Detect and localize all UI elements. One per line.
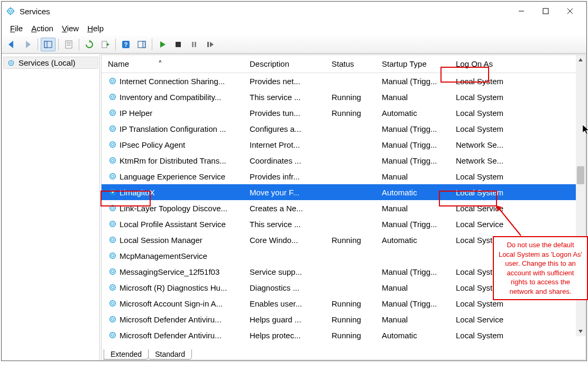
table-row[interactable]: KtmRm for Distributed Trans...Coordinate… — [102, 152, 585, 168]
svg-point-52 — [112, 223, 114, 226]
svg-rect-3 — [10, 14, 11, 15]
cell-startup-type: Manual (Trigg... — [380, 267, 454, 276]
cell-log-on-as: Local System — [454, 109, 522, 118]
table-row[interactable]: IP HelperProvides tun...RunningAutomatic… — [102, 105, 585, 121]
cell-name: IP Helper — [106, 108, 247, 118]
main-panel: Name˄ Description Status Startup Type Lo… — [101, 55, 586, 360]
svg-point-32 — [10, 62, 12, 64]
gear-icon — [108, 267, 117, 276]
svg-rect-2 — [10, 7, 11, 9]
gear-icon — [7, 59, 15, 67]
cell-log-on-as: Network Se... — [454, 156, 522, 165]
column-header-startup-type[interactable]: Startup Type — [380, 56, 454, 71]
show-hide-action-pane-button[interactable] — [134, 38, 149, 51]
cell-name: Language Experience Service — [106, 172, 247, 181]
table-row[interactable]: Language Experience ServiceProvides infr… — [102, 168, 585, 184]
show-hide-tree-button[interactable] — [41, 38, 56, 51]
cell-description: Helps guard ... — [247, 315, 329, 324]
cell-description: Enables user... — [247, 299, 329, 308]
table-row[interactable]: IP Translation Configuration ...Configur… — [102, 121, 585, 137]
svg-rect-28 — [195, 42, 196, 47]
cell-startup-type: Manual (Trigg... — [380, 140, 454, 149]
column-header-name[interactable]: Name˄ — [106, 56, 247, 72]
cell-name: McpManagementService — [106, 251, 247, 260]
cell-name: Local Session Manager — [106, 235, 247, 245]
menu-view[interactable]: View — [58, 23, 83, 34]
gear-icon — [108, 219, 117, 229]
tab-extended[interactable]: Extended — [104, 349, 149, 359]
column-header-log-on-as[interactable]: Log On As — [454, 56, 528, 71]
cell-name: Inventory and Compatibility... — [106, 92, 247, 102]
forward-button[interactable] — [20, 38, 35, 51]
cell-name: Internet Connection Sharing... — [106, 76, 247, 86]
close-button[interactable] — [558, 3, 582, 20]
table-row[interactable]: Microsoft Defender Antiviru...Helps prot… — [102, 327, 585, 343]
svg-rect-27 — [192, 42, 194, 47]
svg-rect-4 — [7, 11, 8, 12]
minimize-button[interactable] — [509, 3, 534, 20]
menu-action[interactable]: Action — [27, 23, 58, 34]
pause-service-button[interactable] — [187, 38, 201, 51]
restart-service-button[interactable] — [203, 38, 217, 51]
menu-help[interactable]: Help — [83, 23, 108, 34]
scroll-down-button[interactable] — [576, 327, 585, 336]
gear-icon — [108, 172, 117, 181]
cell-log-on-as: Local Service — [454, 204, 522, 213]
cell-name: Microsoft Defender Antiviru... — [106, 314, 247, 324]
cell-status: Running — [329, 93, 380, 102]
cell-status: Running — [329, 299, 380, 308]
svg-point-42 — [112, 143, 114, 146]
svg-rect-13 — [44, 41, 47, 48]
svg-point-36 — [112, 96, 114, 98]
table-row[interactable]: Link-Layer Topology Discove...Creates a … — [102, 200, 585, 216]
svg-point-64 — [112, 318, 114, 321]
properties-button[interactable] — [61, 38, 76, 51]
back-button[interactable] — [4, 38, 19, 51]
column-header-status[interactable]: Status — [329, 56, 380, 71]
svg-rect-5 — [13, 11, 15, 12]
cell-startup-type: Automatic — [380, 188, 454, 197]
start-service-button[interactable] — [155, 38, 170, 51]
cell-description: Core Windo... — [247, 236, 329, 245]
stop-service-button[interactable] — [171, 38, 186, 51]
svg-point-54 — [112, 239, 114, 241]
table-row[interactable]: Inventory and Compatibility...This servi… — [102, 89, 585, 105]
table-row[interactable]: IPsec Policy AgentInternet Prot...Manual… — [102, 137, 585, 152]
svg-point-48 — [112, 191, 114, 194]
cell-log-on-as: Local System — [454, 331, 522, 340]
svg-marker-67 — [578, 58, 583, 61]
toolbar-separator — [115, 39, 116, 50]
column-header-description[interactable]: Description — [247, 56, 329, 71]
cell-startup-type: Manual — [380, 283, 454, 292]
cell-status: Running — [329, 109, 380, 118]
view-tabs: Extended Standard — [102, 347, 585, 359]
help-button[interactable]: ? — [118, 38, 133, 51]
gear-icon — [108, 299, 117, 308]
gear-icon — [108, 251, 117, 260]
cell-log-on-as: Local System — [454, 124, 522, 133]
cell-startup-type: Manual — [380, 204, 454, 213]
cell-description: Provides net... — [247, 77, 329, 86]
refresh-button[interactable] — [82, 38, 97, 51]
cursor-icon — [583, 125, 588, 134]
tab-standard[interactable]: Standard — [148, 349, 192, 359]
services-grid: Name˄ Description Status Startup Type Lo… — [102, 55, 585, 347]
table-row[interactable]: Local Profile Assistant ServiceThis serv… — [102, 216, 585, 232]
scroll-up-button[interactable] — [576, 55, 585, 65]
cell-startup-type: Automatic — [380, 331, 454, 340]
export-button[interactable] — [98, 38, 113, 51]
gear-icon — [108, 108, 117, 118]
toolbar-separator — [79, 39, 79, 50]
table-row[interactable]: LimagitoXMove your F...AutomaticLocal Sy… — [102, 184, 585, 200]
tree-item-services-local[interactable]: Services (Local) — [3, 57, 98, 69]
gear-icon — [108, 187, 117, 197]
gear-icon — [108, 203, 117, 213]
table-row[interactable]: Internet Connection Sharing...Provides n… — [102, 73, 585, 89]
cell-name: Microsoft Defender Antiviru... — [106, 330, 247, 340]
table-row[interactable]: Microsoft Defender Antiviru...Helps guar… — [102, 311, 585, 327]
cell-description: Configures a... — [247, 124, 329, 133]
menu-file[interactable]: File — [6, 23, 27, 34]
services-app-icon — [6, 6, 15, 16]
scroll-thumb[interactable] — [577, 166, 584, 184]
maximize-button[interactable] — [534, 3, 558, 20]
